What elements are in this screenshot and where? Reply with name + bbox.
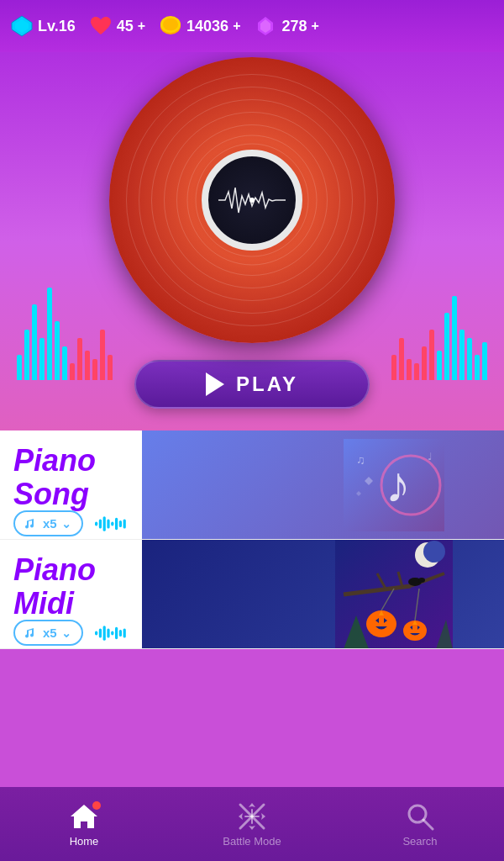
svg-marker-58: [249, 826, 255, 830]
coins-plus[interactable]: +: [233, 18, 240, 34]
search-label: Search: [402, 835, 437, 848]
gems-count: 278: [281, 18, 307, 35]
list-item[interactable]: Piano Song x5 ⌄: [0, 430, 504, 540]
svg-line-62: [423, 820, 433, 829]
song-thumbnail-piano: ♪ ♫ ♩: [142, 430, 504, 539]
svg-marker-57: [249, 803, 255, 807]
svg-point-4: [163, 18, 178, 31]
song-title-midi: Piano Midi: [13, 553, 129, 620]
heart-icon: [89, 14, 113, 38]
sound-waves-icon-piano[interactable]: [95, 511, 129, 536]
coin-icon: [159, 14, 182, 38]
top-bar: Lv.16 45 + 14036 + 278: [0, 0, 504, 52]
song-controls-piano: x5 ⌄: [13, 510, 129, 536]
vinyl-center: [202, 150, 302, 251]
svg-rect-10: [102, 516, 105, 531]
svg-rect-11: [107, 519, 109, 528]
music-note-icon-2: [25, 626, 39, 640]
home-label: Home: [70, 835, 99, 848]
sound-waves-icon-midi[interactable]: [95, 621, 129, 646]
svg-point-33: [423, 541, 445, 563]
chevron-down-icon: ⌄: [61, 517, 71, 531]
svg-rect-26: [107, 628, 109, 637]
level-text: Lv.16: [38, 18, 76, 35]
eq-bars-right: [391, 296, 487, 380]
svg-rect-8: [95, 521, 97, 526]
svg-text:♫: ♫: [356, 453, 365, 467]
svg-rect-30: [123, 628, 125, 637]
svg-marker-59: [239, 813, 243, 820]
svg-rect-27: [111, 631, 113, 635]
battle-icon: [237, 801, 267, 832]
diamond-icon: [10, 14, 34, 38]
svg-rect-29: [118, 630, 121, 637]
gems-plus[interactable]: +: [312, 18, 319, 34]
svg-rect-28: [115, 626, 118, 638]
coins-stat: 14036 +: [159, 14, 240, 38]
svg-rect-9: [98, 519, 101, 528]
unlock-badge-piano[interactable]: x5 ⌄: [13, 510, 83, 536]
battle-label: Battle Mode: [223, 835, 281, 848]
list-item[interactable]: Piano Midi x5 ⌄: [0, 540, 504, 649]
svg-rect-24: [98, 628, 101, 637]
song-title-piano: Piano Song: [13, 444, 129, 510]
play-triangle-icon: [206, 372, 224, 396]
unlock-count-midi: x5: [43, 626, 57, 640]
nav-search[interactable]: Search: [386, 801, 454, 848]
svg-rect-25: [102, 626, 105, 641]
song-thumbnail-midi: [142, 540, 504, 648]
level-stat: Lv.16: [10, 14, 76, 38]
nav-home[interactable]: Home: [50, 801, 118, 848]
svg-point-39: [418, 578, 425, 583]
vinyl-record[interactable]: [109, 57, 395, 343]
music-note-icon: [25, 517, 39, 531]
play-label: PLAY: [236, 372, 298, 396]
hearts-count: 45: [117, 18, 134, 35]
song-list: Piano Song x5 ⌄: [0, 430, 504, 649]
song-controls-midi: x5 ⌄: [13, 620, 129, 646]
unlock-badge-midi[interactable]: x5 ⌄: [13, 620, 83, 646]
svg-point-7: [249, 198, 255, 203]
unlock-count-piano: x5: [43, 516, 57, 531]
search-icon: [405, 801, 435, 832]
bottom-nav: Home Battle Mode: [0, 787, 504, 861]
coins-count: 14036: [186, 18, 228, 35]
nav-battle[interactable]: Battle Mode: [218, 801, 286, 848]
hearts-stat: 45 +: [89, 14, 145, 38]
play-button[interactable]: PLAY: [134, 360, 370, 409]
main-area: PLAY: [0, 52, 504, 430]
svg-rect-13: [115, 517, 118, 529]
song-info-midi: Piano Midi x5 ⌄: [0, 540, 142, 648]
svg-rect-23: [95, 631, 97, 635]
svg-rect-12: [111, 521, 113, 526]
chevron-down-icon-2: ⌄: [61, 626, 71, 640]
svg-rect-14: [118, 520, 121, 527]
svg-rect-15: [123, 519, 125, 528]
gems-stat: 278 +: [254, 14, 318, 38]
home-icon: [69, 801, 99, 832]
hearts-plus[interactable]: +: [138, 18, 145, 34]
notification-dot: [92, 801, 101, 810]
svg-marker-60: [261, 813, 265, 820]
song-info-piano: Piano Song x5 ⌄: [0, 430, 142, 539]
eq-bars-left: [17, 288, 113, 380]
gem-icon: [254, 14, 277, 38]
